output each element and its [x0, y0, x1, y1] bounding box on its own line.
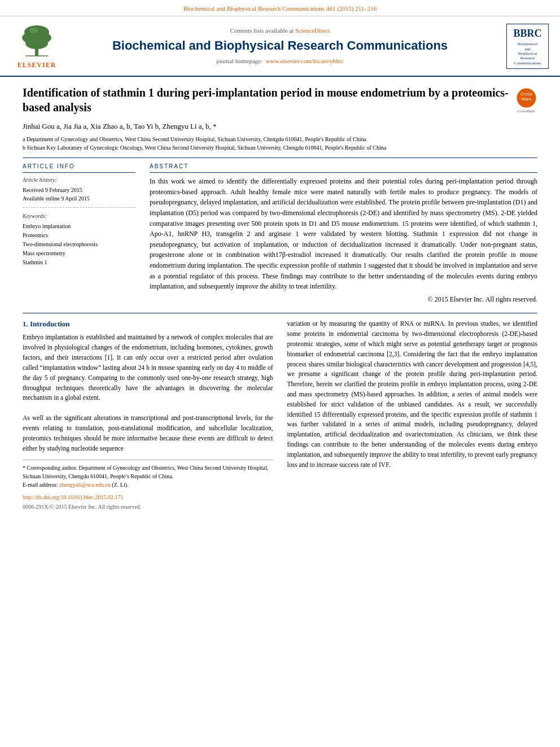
body-col-right: variation or by measuring the quantity o… — [287, 319, 538, 510]
crossmark-badge[interactable]: Cross Mark CrossMark — [515, 88, 537, 115]
sciencedirect-link[interactable]: ScienceDirect — [295, 27, 330, 34]
crossmark-icon: Cross Mark — [517, 88, 536, 108]
bbrc-logo-box: BBRC BiochemicalandBiophysicalResearchCo… — [506, 24, 549, 69]
info-divider — [23, 158, 537, 158]
main-content: Identification of stathmin 1 during peri… — [0, 77, 560, 531]
keywords-label: Keywords: — [23, 212, 135, 220]
crossmark-label: CrossMark — [517, 109, 535, 115]
keyword-1: Embryo implantation — [23, 222, 135, 231]
bbrc-logo-container: BBRC BiochemicalandBiophysicalResearchCo… — [498, 24, 549, 69]
homepage-url[interactable]: www.elsevier.com/locate/ybbrc — [266, 58, 344, 64]
article-title: Identification of stathmin 1 during peri… — [23, 85, 509, 115]
body-columns: 1. Introduction Embryo implantation is e… — [23, 319, 537, 510]
abstract-text: In this work we aimed to identify the di… — [150, 176, 537, 304]
email-person: (Z. Li). — [112, 482, 128, 488]
two-col-section: ARTICLE INFO Article history: Received 9… — [23, 163, 537, 304]
keyword-5: Stathmin 1 — [23, 258, 135, 267]
svg-text:Cross: Cross — [520, 91, 532, 97]
intro-para-3: variation or by measuring the quantity o… — [287, 319, 538, 470]
svg-text:Mark: Mark — [521, 97, 532, 102]
abstract-col: ABSTRACT In this work we aimed to identi… — [150, 163, 537, 304]
elsevier-logo: ELSEVIER — [11, 22, 62, 70]
article-title-section: Identification of stathmin 1 during peri… — [23, 85, 537, 115]
article-history-subsection: Article history: Received 9 February 201… — [23, 176, 135, 208]
journal-title: Biochemical and Biophysical Research Com… — [68, 37, 492, 55]
affiliation-a: a Department of Gynecology and Obstetric… — [23, 135, 537, 143]
contents-line: Contents lists available at ScienceDirec… — [68, 27, 492, 35]
top-bar: Biochemical and Biophysical Research Com… — [0, 0, 560, 16]
homepage-label: journal homepage: — [216, 58, 262, 64]
bottom-divider — [23, 313, 537, 313]
intro-para-1: Embryo implantation is established and m… — [23, 333, 273, 403]
article-info-col: ARTICLE INFO Article history: Received 9… — [23, 163, 135, 304]
keyword-2: Proteomics — [23, 231, 135, 240]
svg-point-5 — [29, 28, 38, 33]
corresponding-author: * Corresponding author. Department of Gy… — [23, 464, 273, 480]
history-label: Article history: — [23, 176, 135, 184]
contents-label: Contents lists available at — [230, 27, 294, 34]
email-label: E-mail address: — [23, 482, 58, 488]
authors: Jinhai Gou a, Jia Jia a, Xia Zhao a, b, … — [23, 121, 537, 132]
keywords-subsection: Keywords: Embryo implantation Proteomics… — [23, 212, 135, 272]
available-date: Available online 9 April 2015 — [23, 194, 135, 203]
keyword-3: Two-dimensional electrophoresis — [23, 240, 135, 249]
doi-link[interactable]: http://dx.doi.org/10.1016/j.bbrc.2015.02… — [23, 494, 123, 500]
introduction-heading: 1. Introduction — [23, 319, 273, 329]
header-center: Contents lists available at ScienceDirec… — [68, 27, 492, 66]
affiliations: a Department of Gynecology and Obstetric… — [23, 135, 537, 152]
body-col-left: 1. Introduction Embryo implantation is e… — [23, 319, 273, 510]
bbrc-letters: BBRC — [513, 27, 541, 41]
elsevier-text: ELSEVIER — [18, 60, 56, 70]
intro-para-2: As well as the significant alterations i… — [23, 413, 273, 453]
email-address[interactable]: zhengyuli@scu.edu.cn — [59, 482, 111, 488]
footnote-area: * Corresponding author. Department of Gy… — [23, 460, 273, 511]
svg-point-4 — [25, 38, 48, 49]
keywords-list: Embryo implantation Proteomics Two-dimen… — [23, 222, 135, 267]
issn-line: 0006-291X/© 2015 Elsevier Inc. All right… — [23, 503, 273, 511]
elsevier-tree-icon — [14, 22, 59, 59]
homepage-line: journal homepage: www.elsevier.com/locat… — [68, 57, 492, 65]
abstract-body: In this work we aimed to identify the di… — [150, 177, 537, 290]
doi-line: http://dx.doi.org/10.1016/j.bbrc.2015.02… — [23, 493, 273, 501]
received-date: Received 9 February 2015 — [23, 186, 135, 194]
affiliation-b: b Sichuan Key Laboratory of Gynecologic … — [23, 143, 537, 152]
email-line: E-mail address: zhengyuli@scu.edu.cn (Z.… — [23, 480, 273, 489]
article-info-label: ARTICLE INFO — [23, 163, 135, 173]
journal-header: ELSEVIER Contents lists available at Sci… — [0, 16, 560, 77]
copyright: © 2015 Elsevier Inc. All rights reserved… — [150, 294, 537, 305]
abstract-label: ABSTRACT — [150, 163, 537, 173]
keyword-4: Mass spectrometry — [23, 249, 135, 258]
journal-ref[interactable]: Biochemical and Biophysical Research Com… — [183, 5, 377, 12]
